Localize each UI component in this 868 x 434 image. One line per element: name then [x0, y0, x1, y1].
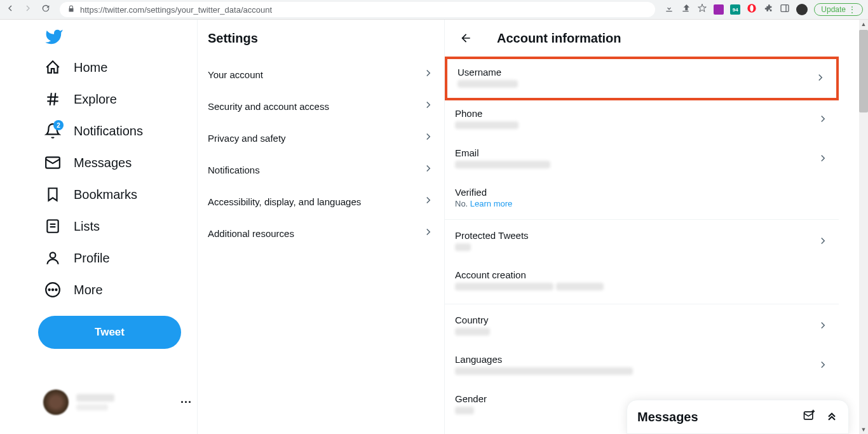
- email-value-redacted: [455, 161, 550, 168]
- info-verified: Verified No. Learn more: [445, 179, 839, 217]
- extension-icon-opera[interactable]: [747, 3, 757, 16]
- learn-more-link[interactable]: Learn more: [470, 199, 512, 208]
- nav-profile[interactable]: Profile: [38, 242, 197, 274]
- messages-drawer[interactable]: Messages: [627, 400, 849, 434]
- url-text: https://twitter.com/settings/your_twitte…: [80, 5, 272, 15]
- phone-value-redacted: [455, 121, 519, 129]
- browser-actions: 94 Update ⋮: [664, 3, 863, 16]
- chevron-right-icon: [817, 320, 829, 334]
- bell-icon: 2: [44, 123, 61, 139]
- svg-point-15: [52, 289, 53, 290]
- nav-bookmarks[interactable]: Bookmarks: [38, 179, 197, 210]
- svg-line-7: [54, 93, 55, 105]
- extensions-puzzle-icon[interactable]: [763, 3, 773, 16]
- scroll-down-icon[interactable]: ▼: [859, 425, 868, 434]
- chevron-right-icon: [423, 194, 434, 208]
- nav-messages[interactable]: Messages: [38, 147, 197, 179]
- svg-point-1: [750, 5, 754, 12]
- download-icon[interactable]: [664, 3, 674, 16]
- scroll-up-icon[interactable]: ▲: [859, 20, 868, 29]
- settings-additional[interactable]: Additional resources: [198, 217, 444, 249]
- nav-notifications[interactable]: 2 Notifications: [38, 115, 197, 147]
- more-circle-icon: [44, 281, 61, 298]
- detail-column: Account information Username Phone Email: [445, 20, 839, 434]
- svg-rect-2: [781, 5, 789, 12]
- info-phone[interactable]: Phone: [445, 100, 839, 140]
- panel-icon[interactable]: [780, 3, 790, 16]
- info-languages[interactable]: Languages: [445, 346, 839, 386]
- svg-point-14: [49, 289, 50, 290]
- chevron-right-icon: [817, 359, 829, 373]
- left-sidebar: Home Explore 2 Notifications Messages Bo…: [0, 20, 197, 434]
- bookmark-icon: [44, 186, 61, 203]
- creation-value-redacted-2: [556, 283, 604, 290]
- nav-lists[interactable]: Lists: [38, 210, 197, 242]
- divider: [445, 219, 839, 220]
- divider: [445, 304, 839, 304]
- envelope-icon: [44, 154, 61, 171]
- info-email[interactable]: Email: [445, 140, 839, 179]
- protected-value-redacted: [455, 243, 471, 251]
- info-protected-tweets[interactable]: Protected Tweets: [445, 222, 839, 262]
- chevron-right-icon: [423, 67, 434, 81]
- kebab-icon: ⋮: [848, 5, 856, 14]
- chevron-right-icon: [423, 226, 434, 240]
- lock-icon: [67, 4, 75, 15]
- settings-accessibility[interactable]: Accessibility, display, and languages: [198, 186, 444, 217]
- settings-your-account[interactable]: Your account: [198, 58, 444, 90]
- twitter-logo-icon[interactable]: [44, 27, 64, 46]
- scroll-thumb[interactable]: [859, 30, 868, 112]
- nav-home[interactable]: Home: [38, 51, 197, 83]
- chevron-right-icon: [423, 131, 434, 145]
- chevron-right-icon: [815, 72, 826, 86]
- svg-point-12: [50, 252, 56, 258]
- person-icon: [44, 250, 61, 266]
- messages-drawer-title: Messages: [637, 410, 698, 424]
- settings-privacy[interactable]: Privacy and safety: [198, 122, 444, 154]
- extension-icon-2[interactable]: 94: [730, 4, 740, 15]
- chevron-right-icon: [423, 99, 434, 113]
- scrollbar[interactable]: ▲ ▼: [859, 20, 868, 434]
- settings-title: Settings: [198, 20, 444, 58]
- ellipsis-icon: ···: [180, 396, 192, 409]
- gender-value-redacted: [455, 407, 474, 414]
- creation-value-redacted: [455, 283, 553, 290]
- browser-bar: https://twitter.com/settings/your_twitte…: [0, 0, 868, 20]
- home-icon: [44, 59, 61, 76]
- notification-badge: 2: [53, 120, 64, 130]
- account-switcher[interactable]: ···: [38, 384, 197, 420]
- info-country[interactable]: Country: [445, 307, 839, 346]
- browser-nav-controls: [5, 3, 51, 16]
- share-icon[interactable]: [681, 3, 691, 16]
- reload-icon[interactable]: [41, 3, 51, 16]
- profile-avatar-browser[interactable]: [796, 4, 808, 15]
- chevron-right-icon: [817, 113, 829, 127]
- detail-title: Account information: [497, 31, 621, 46]
- star-icon[interactable]: [697, 3, 707, 16]
- extension-icon-1[interactable]: [714, 4, 724, 15]
- account-handle-redacted: [76, 404, 108, 410]
- svg-line-6: [50, 93, 51, 105]
- account-avatar: [43, 390, 69, 415]
- svg-point-16: [55, 289, 57, 290]
- username-value-redacted: [458, 80, 518, 88]
- info-username[interactable]: Username: [445, 57, 839, 100]
- new-message-icon[interactable]: [803, 409, 815, 424]
- chevron-right-icon: [817, 153, 829, 166]
- update-button[interactable]: Update ⋮: [814, 3, 863, 16]
- nav-explore[interactable]: Explore: [38, 83, 197, 115]
- list-icon: [44, 218, 61, 234]
- country-value-redacted: [455, 328, 490, 336]
- nav-more[interactable]: More: [38, 274, 197, 306]
- chevron-right-icon: [817, 235, 829, 249]
- back-browser-icon[interactable]: [5, 3, 15, 16]
- tweet-button[interactable]: Tweet: [38, 316, 181, 349]
- expand-up-icon[interactable]: [825, 409, 838, 424]
- settings-security[interactable]: Security and account access: [198, 90, 444, 122]
- forward-browser-icon[interactable]: [23, 3, 33, 16]
- settings-notifications[interactable]: Notifications: [198, 154, 444, 186]
- info-account-creation: Account creation: [445, 262, 839, 301]
- url-bar[interactable]: https://twitter.com/settings/your_twitte…: [60, 2, 655, 17]
- languages-value-redacted: [455, 367, 633, 375]
- back-button[interactable]: [455, 27, 477, 49]
